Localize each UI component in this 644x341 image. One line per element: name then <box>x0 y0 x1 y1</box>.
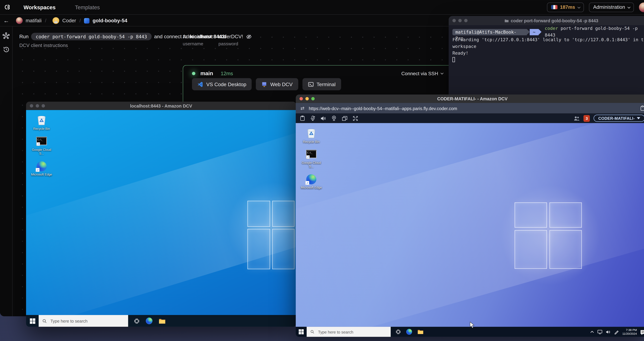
show-hidden-icons-chevron[interactable] <box>590 330 594 333</box>
desktop-icons: Recycle Bin C:\_ ↗ Google Cloud S... <box>29 114 54 176</box>
breadcrumb-workspace[interactable]: gold-booby-54 <box>92 18 128 24</box>
task-view-button[interactable] <box>396 327 401 337</box>
edge-taskbar-button[interactable] <box>146 315 152 327</box>
multi-window-icon[interactable] <box>342 116 347 121</box>
chevron-down-icon <box>578 6 580 8</box>
recycle-bin-icon <box>36 114 47 126</box>
vscode-desktop-button[interactable]: VS Code Desktop <box>192 78 252 90</box>
recycle-bin-shortcut[interactable]: Recycle Bin <box>29 114 54 130</box>
edge-taskbar-button[interactable] <box>406 327 412 337</box>
terminal-titlebar[interactable]: coder port-forward gold-booby-54 -p 8443 <box>448 16 644 25</box>
task-view-icon <box>134 318 139 324</box>
connect-via-ssh-button[interactable]: Connect via SSH <box>401 71 443 76</box>
eye-off-icon[interactable] <box>246 34 252 39</box>
desktop-icons: Recycle Bin C:\_ ↗ Google Cloud S... <box>299 127 324 190</box>
shortcut-arrow-icon: ↗ <box>36 168 40 172</box>
dcv-local-window: localhost:8443 - Amazon DCV Recycle Bin <box>26 102 296 327</box>
search-input[interactable] <box>317 329 387 334</box>
svg-text:C:\_: C:\_ <box>38 138 43 141</box>
start-button[interactable] <box>296 327 307 337</box>
taskbar-search[interactable] <box>39 315 128 327</box>
start-button[interactable] <box>26 315 39 327</box>
volume-icon[interactable] <box>606 330 611 334</box>
breadcrumb-user[interactable]: matifali <box>26 18 42 24</box>
session-menu-button[interactable]: CODER-MATIFALI- <box>594 114 644 122</box>
password-label: password <box>218 41 252 46</box>
breadcrumb-template[interactable]: Coder <box>62 18 76 24</box>
run-prefix: Run <box>19 34 28 40</box>
resources-topology-icon[interactable] <box>2 32 10 40</box>
collaborators-count-badge[interactable]: 3 <box>584 115 590 122</box>
dcv-web-title: CODER-MATIFALI- - Amazon DCV <box>296 96 644 101</box>
agent-latency: 12ms <box>221 70 233 76</box>
svg-text:↗: ↗ <box>306 182 308 185</box>
icon-label: Microsoft Edge <box>301 186 322 190</box>
coder-logo-icon[interactable] <box>4 3 12 11</box>
france-flag-icon <box>551 5 558 9</box>
collaborators-icon[interactable] <box>574 116 580 121</box>
password-value: coderDCV! <box>218 34 243 40</box>
windows-desktop-web: Recycle Bin C:\_ ↗ Google Cloud S... <box>296 123 644 327</box>
web-dcv-label: Web DCV <box>270 81 292 87</box>
speaker-icon[interactable] <box>320 116 326 121</box>
file-explorer-button[interactable] <box>159 315 166 327</box>
user-avatar[interactable] <box>639 2 644 12</box>
username-value: Administrator <box>183 34 212 40</box>
url-bar[interactable]: https://web-dcv--main--gold-booby-54--ma… <box>296 103 644 114</box>
microsoft-edge-shortcut[interactable]: ↗ Microsoft Edge <box>29 161 54 176</box>
recycle-bin-shortcut[interactable]: Recycle Bin <box>299 127 324 144</box>
system-tray: 7:38 PM 11/20/2024 1 <box>590 327 644 337</box>
tab-templates[interactable]: Templates <box>75 4 100 10</box>
pen-icon[interactable] <box>614 330 619 334</box>
microphone-muted-icon[interactable] <box>310 116 315 121</box>
svg-text:↗: ↗ <box>307 156 309 159</box>
google-cloud-shortcut[interactable]: C:\_ ↗ Google Cloud S... <box>29 136 54 156</box>
google-cloud-shortcut[interactable]: C:\_ ↗ Google Cloud S... <box>299 150 324 168</box>
terminal-icon <box>308 81 314 87</box>
search-input[interactable] <box>50 318 124 324</box>
breadcrumb-separator: / <box>80 18 81 24</box>
webcam-icon[interactable] <box>332 116 336 121</box>
clipboard-icon[interactable] <box>300 116 305 121</box>
taskbar-local <box>26 315 296 327</box>
icon-label: Microsoft Edge <box>31 172 52 176</box>
url-text[interactable]: https://web-dcv--main--gold-booby-54--ma… <box>309 106 457 110</box>
mouse-cursor <box>470 322 475 328</box>
file-explorer-button[interactable] <box>418 327 424 337</box>
back-button[interactable]: ← <box>0 17 12 24</box>
terminal-button[interactable]: Terminal <box>302 78 341 90</box>
windows-wallpaper-logo <box>514 202 582 269</box>
dcv-web-window: CODER-MATIFALI- - Amazon DCV https://web… <box>296 94 644 337</box>
dcv-local-title: localhost:8443 - Amazon DCV <box>26 103 296 108</box>
taskbar-search[interactable] <box>307 327 391 337</box>
port-forward-command[interactable]: coder port-forward gold-booby-54 -p 8443 <box>31 33 152 40</box>
web-dcv-button[interactable]: Web DCV <box>256 78 298 90</box>
action-center-button[interactable]: 1 <box>640 329 644 334</box>
wallpaper-light-beam <box>296 123 644 327</box>
dcv-web-titlebar[interactable]: CODER-MATIFALI- - Amazon DCV <box>296 94 644 103</box>
display-icon[interactable] <box>598 330 602 334</box>
powerline-arrow <box>527 29 530 35</box>
recycle-bin-icon <box>306 127 317 138</box>
clock-date: 11/20/2024 <box>622 332 637 336</box>
prompt-host: matifali@Atifs-MacBook-Pro <box>452 29 527 35</box>
terminal-title: coder port-forward gold-booby-54 -p 8443 <box>448 18 644 23</box>
latency-button[interactable]: 187ms <box>547 2 584 12</box>
dcv-client-instructions-link[interactable]: DCV client instructions <box>19 43 68 48</box>
vscode-desktop-label: VS Code Desktop <box>206 81 246 87</box>
history-icon[interactable] <box>3 46 10 53</box>
edge-icon <box>146 318 152 324</box>
administration-menu-button[interactable]: Administration <box>589 2 634 12</box>
breadcrumb-separator: / <box>45 18 46 24</box>
dcv-local-titlebar[interactable]: localhost:8443 - Amazon DCV <box>26 102 296 110</box>
task-view-button[interactable] <box>134 315 139 327</box>
chevron-down-icon <box>628 6 630 8</box>
administration-label: Administration <box>593 4 625 10</box>
microsoft-edge-shortcut[interactable]: ↗ Microsoft Edge <box>299 174 324 190</box>
svg-text:↗: ↗ <box>37 142 40 146</box>
fullscreen-icon[interactable] <box>353 116 358 121</box>
tab-workspaces[interactable]: Workspaces <box>24 4 56 10</box>
copy-url-icon[interactable] <box>640 106 644 111</box>
taskbar-clock[interactable]: 7:38 PM 11/20/2024 <box>622 328 637 336</box>
prompt-path: ~ <box>530 29 538 35</box>
